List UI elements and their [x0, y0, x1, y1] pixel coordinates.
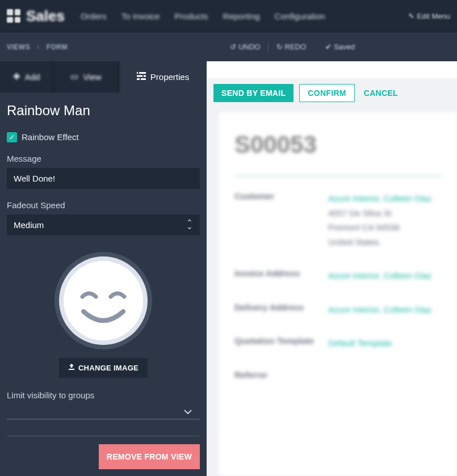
- rainbow-effect-checkbox[interactable]: ✓: [7, 132, 17, 142]
- groups-label: Limit visibility to groups: [7, 390, 200, 400]
- nav-to-invoice[interactable]: To Invoice: [116, 11, 166, 21]
- svg-rect-5: [140, 78, 141, 80]
- panel-tabs: ✚ Add ▭ View Properties: [0, 61, 207, 92]
- breadcrumb-views[interactable]: VIEWS: [7, 43, 30, 51]
- saved-label: Saved: [334, 43, 355, 51]
- view-icon: ▭: [70, 71, 78, 82]
- send-by-email-button[interactable]: SEND BY EMAIL: [213, 84, 294, 102]
- redo-icon: ↻: [276, 43, 283, 51]
- tab-view-label: View: [83, 72, 101, 82]
- change-image-label: CHANGE IMAGE: [78, 364, 139, 372]
- delivery-address-value[interactable]: Azure Interior, Colleen Diaz: [328, 302, 441, 317]
- tab-add[interactable]: ✚ Add: [0, 61, 53, 92]
- referrer-value[interactable]: [328, 370, 441, 380]
- divider: [7, 436, 200, 436]
- breadcrumb-sep: ›: [37, 43, 40, 51]
- remove-from-view-button[interactable]: REMOVE FROM VIEW: [99, 444, 200, 469]
- saved-indicator: ✔ Saved: [325, 43, 355, 51]
- quotation-template-label: Quotation Template: [234, 336, 328, 351]
- undo-label: UNDO: [238, 43, 260, 51]
- confirm-button[interactable]: CONFIRM: [299, 84, 354, 102]
- change-image-button[interactable]: CHANGE IMAGE: [59, 358, 148, 378]
- pencil-icon: ✎: [408, 12, 414, 20]
- rainbow-man-preview: [53, 250, 154, 351]
- left-panel: ✚ Add ▭ View Properties Rainbow Man ✓ Ra…: [0, 61, 207, 476]
- undo-icon: ↺: [230, 43, 236, 51]
- tab-properties-label: Properties: [150, 72, 189, 82]
- quotation-template-value[interactable]: Default Template: [328, 336, 441, 351]
- check-icon: ✓: [9, 133, 15, 141]
- nav-reporting[interactable]: Reporting: [217, 11, 266, 21]
- tab-view[interactable]: ▭ View: [53, 61, 119, 92]
- upload-icon: [68, 364, 75, 372]
- customer-label: Customer: [234, 191, 328, 249]
- separator: |: [267, 42, 269, 52]
- doc-divider: [234, 175, 441, 176]
- fadeout-label: Fadeout Speed: [7, 200, 200, 210]
- message-input[interactable]: [7, 168, 200, 189]
- breadcrumb-form: FORM: [47, 43, 68, 51]
- redo-button[interactable]: ↻ REDO: [276, 43, 307, 51]
- svg-rect-1: [137, 75, 146, 77]
- tab-properties[interactable]: Properties: [119, 61, 207, 92]
- app-name[interactable]: Sales: [26, 7, 65, 25]
- fadeout-select[interactable]: Medium: [7, 214, 200, 235]
- edit-menu-label: Edit Menu: [417, 12, 450, 20]
- invoice-address-label: Invoice Address: [234, 268, 328, 283]
- edit-menu-button[interactable]: ✎ Edit Menu: [408, 12, 450, 20]
- form-action-row: SEND BY EMAIL CONFIRM CANCEL: [207, 78, 457, 111]
- rainbow-effect-row[interactable]: ✓ Rainbow Effect: [7, 132, 200, 142]
- secondary-bar: VIEWS › FORM ↺ UNDO | ↻ REDO ✔ Saved: [0, 32, 457, 61]
- referrer-label: Referrer: [234, 370, 328, 380]
- tab-add-label: Add: [25, 72, 40, 82]
- cancel-button[interactable]: CANCEL: [360, 84, 401, 102]
- nav-configuration[interactable]: Configuration: [269, 11, 331, 21]
- customer-value[interactable]: Azure Interior, Colleen Diaz 4557 De Sil…: [328, 191, 441, 249]
- svg-rect-9: [69, 369, 74, 370]
- panel-title: Rainbow Man: [7, 103, 200, 119]
- plus-icon: ✚: [13, 71, 20, 82]
- undo-button[interactable]: ↺ UNDO: [230, 43, 260, 51]
- chevron-down-icon: [184, 406, 192, 416]
- image-area: CHANGE IMAGE: [7, 250, 200, 378]
- right-topbar: [207, 61, 457, 78]
- check-icon: ✔: [325, 43, 332, 51]
- nav-products[interactable]: Products: [169, 11, 213, 21]
- svg-rect-3: [138, 72, 139, 74]
- svg-point-8: [64, 261, 143, 340]
- delivery-address-label: Delivery Address: [234, 302, 328, 317]
- svg-rect-4: [142, 75, 144, 77]
- nav-orders[interactable]: Orders: [75, 11, 112, 21]
- document-card: S00053 Customer Azure Interior, Colleen …: [218, 111, 457, 476]
- redo-label: REDO: [285, 43, 307, 51]
- invoice-address-value[interactable]: Azure Interior, Colleen Diaz: [328, 268, 441, 283]
- top-navbar: Sales Orders To Invoice Products Reporti…: [0, 0, 457, 32]
- rainbow-effect-label: Rainbow Effect: [22, 132, 79, 142]
- right-preview: SEND BY EMAIL CONFIRM CANCEL S00053 Cust…: [207, 61, 457, 476]
- document-title: S00053: [234, 131, 441, 158]
- properties-icon: [137, 72, 146, 82]
- message-label: Message: [7, 154, 200, 163]
- groups-select[interactable]: [7, 405, 200, 420]
- apps-icon[interactable]: [7, 9, 20, 23]
- properties-panel: Rainbow Man ✓ Rainbow Effect Message Fad…: [0, 92, 207, 476]
- svg-rect-2: [137, 78, 146, 80]
